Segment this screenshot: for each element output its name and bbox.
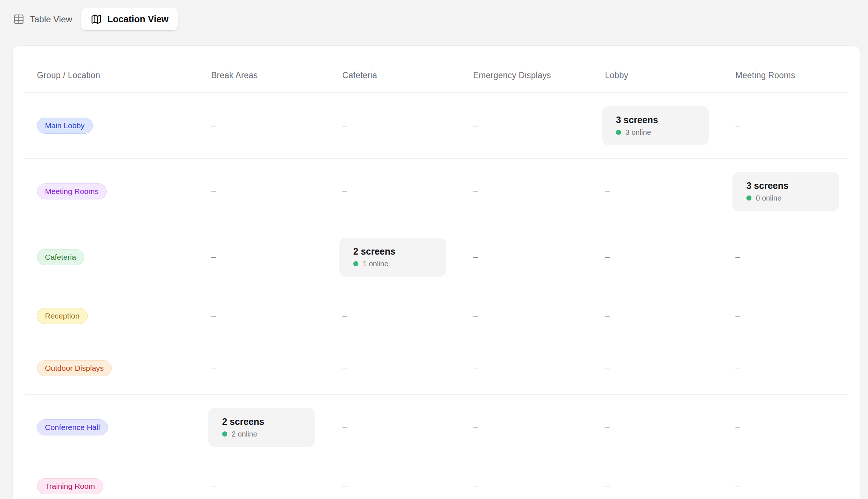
matrix-cell: –: [473, 186, 605, 196]
online-count: 2 online: [232, 430, 257, 438]
matrix-cell: 2 screens 1 online: [342, 238, 473, 277]
screen-count-card[interactable]: 3 screens 3 online: [602, 106, 709, 145]
table-row-conference-hall: Conference Hall 2 screens 2 online – – –…: [24, 394, 848, 460]
empty-cell-dash: –: [473, 363, 478, 373]
group-badge-reception[interactable]: Reception: [37, 308, 88, 324]
matrix-cell: 2 screens 2 online: [211, 408, 342, 447]
screens-matrix-panel: Group / Location Break Areas Cafeteria E…: [12, 45, 860, 499]
group-badge-conference-hall[interactable]: Conference Hall: [37, 419, 108, 435]
empty-cell-dash: –: [473, 481, 478, 491]
column-header-group-location: Group / Location: [24, 71, 211, 92]
table-row-training-room: Training Room – – – – –: [24, 460, 848, 499]
matrix-cell: –: [211, 481, 342, 491]
empty-cell-dash: –: [605, 422, 610, 432]
empty-cell-dash: –: [211, 121, 216, 130]
matrix-cell: 3 screens 0 online: [735, 172, 848, 211]
table-grid-icon: [13, 14, 24, 25]
matrix-cell: –: [735, 252, 848, 262]
screen-count-card[interactable]: 2 screens 2 online: [208, 408, 315, 447]
table-row-meeting-rooms: Meeting Rooms – – – – 3 screens 0 online: [24, 158, 848, 224]
matrix-cell: –: [342, 186, 473, 196]
group-badge-outdoor-displays[interactable]: Outdoor Displays: [37, 360, 112, 376]
online-status: 1 online: [353, 260, 432, 268]
matrix-cell: –: [211, 186, 342, 196]
group-badge-cafeteria[interactable]: Cafeteria: [37, 249, 84, 265]
matrix-cell: –: [473, 481, 605, 491]
matrix-cell: –: [473, 422, 605, 432]
table-row-cafeteria: Cafeteria – 2 screens 1 online – – –: [24, 224, 848, 290]
map-icon: [91, 14, 102, 25]
matrix-cell: –: [211, 363, 342, 373]
empty-cell-dash: –: [735, 363, 740, 373]
matrix-cell: –: [605, 311, 735, 321]
empty-cell-dash: –: [211, 363, 216, 373]
matrix-header-row: Group / Location Break Areas Cafeteria E…: [24, 46, 848, 92]
empty-cell-dash: –: [735, 121, 740, 130]
tab-location-view[interactable]: Location View: [81, 8, 178, 30]
empty-cell-dash: –: [473, 186, 478, 196]
screen-count: 3 screens: [746, 180, 825, 191]
group-badge-meeting-rooms[interactable]: Meeting Rooms: [37, 183, 107, 199]
empty-cell-dash: –: [342, 121, 347, 130]
screen-count: 3 screens: [616, 115, 695, 125]
table-row-reception: Reception – – – – –: [24, 290, 848, 342]
matrix-cell: –: [211, 252, 342, 262]
table-row-main-lobby: Main Lobby – – – 3 screens 3 online –: [24, 92, 848, 158]
matrix-cell: –: [473, 252, 605, 262]
group-badge-main-lobby[interactable]: Main Lobby: [37, 118, 93, 134]
matrix-cell: –: [605, 186, 735, 196]
group-badge-training-room[interactable]: Training Room: [37, 478, 103, 494]
empty-cell-dash: –: [342, 481, 347, 491]
online-status-dot: [746, 195, 751, 201]
online-status: 2 online: [222, 430, 301, 438]
column-header-cafeteria: Cafeteria: [342, 71, 473, 92]
screen-count-card[interactable]: 3 screens 0 online: [732, 172, 839, 211]
matrix-cell: –: [342, 422, 473, 432]
empty-cell-dash: –: [473, 422, 478, 432]
empty-cell-dash: –: [605, 252, 610, 262]
tab-table-view[interactable]: Table View: [13, 14, 72, 25]
column-header-break-areas: Break Areas: [211, 71, 342, 92]
matrix-cell: –: [473, 363, 605, 373]
empty-cell-dash: –: [735, 252, 740, 262]
empty-cell-dash: –: [473, 252, 478, 262]
matrix-cell: –: [735, 481, 848, 491]
matrix-cell: –: [211, 311, 342, 321]
online-status-dot: [616, 130, 621, 135]
empty-cell-dash: –: [211, 186, 216, 196]
screen-count: 2 screens: [353, 246, 432, 257]
matrix-cell: 3 screens 3 online: [605, 106, 735, 145]
online-count: 3 online: [625, 128, 651, 137]
matrix-cell: –: [735, 121, 848, 130]
matrix-cell: –: [473, 121, 605, 130]
matrix-cell: –: [735, 311, 848, 321]
empty-cell-dash: –: [735, 422, 740, 432]
column-header-meeting-rooms: Meeting Rooms: [735, 71, 848, 92]
empty-cell-dash: –: [605, 363, 610, 373]
matrix-cell: –: [473, 311, 605, 321]
online-status: 0 online: [746, 194, 825, 202]
empty-cell-dash: –: [342, 311, 347, 321]
empty-cell-dash: –: [342, 422, 347, 432]
empty-cell-dash: –: [605, 186, 610, 196]
empty-cell-dash: –: [211, 311, 216, 321]
matrix-cell: –: [735, 422, 848, 432]
screen-count-card[interactable]: 2 screens 1 online: [339, 238, 446, 277]
matrix-cell: –: [605, 481, 735, 491]
empty-cell-dash: –: [605, 311, 610, 321]
empty-cell-dash: –: [211, 252, 216, 262]
online-status: 3 online: [616, 128, 695, 137]
column-header-emergency-displays: Emergency Displays: [473, 71, 605, 92]
matrix-cell: –: [342, 363, 473, 373]
online-count: 1 online: [363, 260, 388, 268]
tab-location-view-label: Location View: [107, 14, 169, 24]
matrix-cell: –: [342, 121, 473, 130]
online-status-dot: [353, 261, 358, 266]
empty-cell-dash: –: [735, 481, 740, 491]
column-header-lobby: Lobby: [605, 71, 735, 92]
empty-cell-dash: –: [473, 121, 478, 130]
empty-cell-dash: –: [473, 311, 478, 321]
matrix-cell: –: [211, 121, 342, 130]
table-row-outdoor-displays: Outdoor Displays – – – – –: [24, 342, 848, 394]
screen-count: 2 screens: [222, 416, 301, 427]
